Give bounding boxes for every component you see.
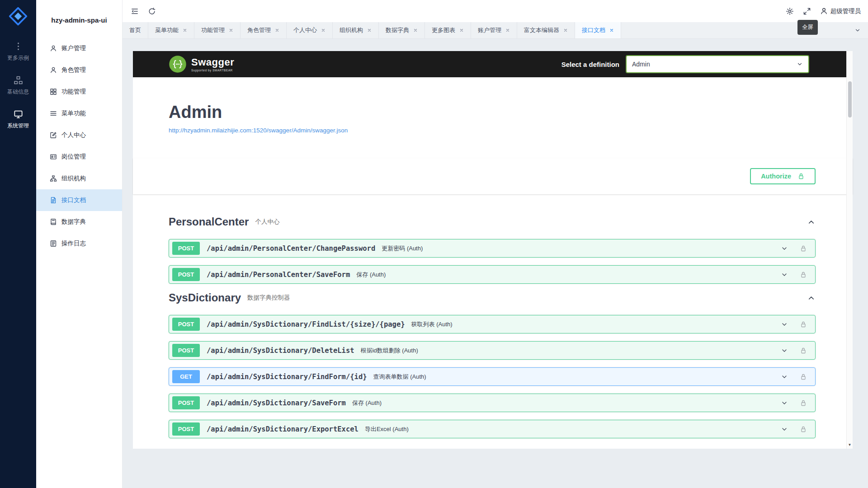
tab-close-icon[interactable] <box>229 28 233 33</box>
primary-rail: 更多示例 基础信息 系统管理 <box>0 0 36 488</box>
expand-operation-icon[interactable] <box>781 321 788 328</box>
user-icon <box>50 66 57 74</box>
expand-operation-icon[interactable] <box>781 373 788 380</box>
definition-picker: Select a definition Admin <box>561 55 809 73</box>
content-area: Swagger Supported by SMARTBEAR Select a … <box>123 39 868 488</box>
tab[interactable]: 接口文档 <box>575 22 621 38</box>
method-badge: POST <box>172 318 200 331</box>
tab[interactable]: 菜单功能 <box>148 22 194 38</box>
tab-label: 组织机构 <box>340 26 363 34</box>
definition-select[interactable]: Admin <box>626 55 809 73</box>
operation-row[interactable]: POST /api/admin/PersonalCenter/SaveForm … <box>169 265 816 284</box>
tab-close-icon[interactable] <box>367 28 372 33</box>
auth-lock-icon[interactable] <box>800 373 807 380</box>
collapse-menu-icon[interactable] <box>131 7 139 15</box>
settings-gear-icon[interactable] <box>786 7 794 15</box>
sidebar-item[interactable]: 操作日志 <box>36 233 122 254</box>
sidebar-item[interactable]: 组织机构 <box>36 168 122 189</box>
tab-overflow-dropdown[interactable] <box>847 22 868 38</box>
operation-row[interactable]: POST /api/admin/SysDictionary/DeleteList… <box>169 341 816 360</box>
org-icon <box>50 175 57 182</box>
swagger-scrollbar[interactable]: ▼ <box>846 51 853 449</box>
sidebar-item-label: 接口文档 <box>61 196 86 204</box>
tab-label: 接口文档 <box>582 26 605 34</box>
tab-close-icon[interactable] <box>609 28 614 33</box>
tab-close-icon[interactable] <box>459 28 464 33</box>
operation-row[interactable]: POST /api/admin/SysDictionary/FindList/{… <box>169 315 816 333</box>
sidebar-item[interactable]: 数据字典 <box>36 211 122 233</box>
tab[interactable]: 角色管理 <box>241 22 287 38</box>
expand-operation-icon[interactable] <box>781 271 788 278</box>
sidebar-item[interactable]: 账户管理 <box>36 38 122 59</box>
sidebar-item-label: 账户管理 <box>61 44 86 52</box>
authorize-button[interactable]: Authorize <box>750 168 816 184</box>
app-title: hzy-admin-spa-ui <box>36 0 122 38</box>
tab[interactable]: 更多图表 <box>425 22 471 38</box>
tab-close-icon[interactable] <box>505 28 510 33</box>
operation-row[interactable]: POST /api/admin/SysDictionary/SaveForm 保… <box>169 394 816 412</box>
sidebar-item[interactable]: 接口文档 <box>36 189 122 211</box>
tab[interactable]: 富文本编辑器 <box>517 22 575 38</box>
tag-header[interactable]: SysDictionary 数据字典控制器 <box>169 291 816 304</box>
tab[interactable]: 账户管理 <box>471 22 517 38</box>
auth-lock-icon[interactable] <box>800 321 807 328</box>
scrollbar-thumb[interactable] <box>848 81 852 117</box>
operation-path: /api/admin/SysDictionary/FindList/{size}… <box>207 320 405 328</box>
rail-item[interactable]: 系统管理 <box>0 105 36 134</box>
sidebar-item[interactable]: 岗位管理 <box>36 146 122 168</box>
fullscreen-icon[interactable] <box>803 7 811 15</box>
tab-label: 菜单功能 <box>155 26 179 34</box>
auth-lock-icon[interactable] <box>800 426 807 433</box>
sidebar-item[interactable]: 个人中心 <box>36 124 122 146</box>
swagger-brand: Swagger Supported by SMARTBEAR <box>169 55 234 73</box>
method-badge: POST <box>172 268 200 281</box>
tab[interactable]: 组织机构 <box>333 22 379 38</box>
method-badge: POST <box>172 422 200 436</box>
tab-close-icon[interactable] <box>275 28 279 33</box>
dict-icon <box>50 218 57 225</box>
operation-summary: 根据id数组删除 (Auth) <box>361 347 418 355</box>
operation-row[interactable]: GET /api/admin/SysDictionary/FindForm/{i… <box>169 367 816 386</box>
sidebar-menu: 账户管理 角色管理 功能管理 菜单功能 <box>36 38 122 254</box>
tab-bar: 首页 菜单功能 功能管理 角色管理 <box>123 22 868 39</box>
username: 超级管理员 <box>830 7 861 15</box>
sidebar-item[interactable]: 功能管理 <box>36 81 122 103</box>
tab-label: 更多图表 <box>432 26 455 34</box>
collapse-section-icon[interactable] <box>807 294 816 302</box>
operation-row[interactable]: POST /api/admin/SysDictionary/ExportExce… <box>169 420 816 438</box>
auth-lock-icon[interactable] <box>800 399 807 407</box>
expand-operation-icon[interactable] <box>781 399 788 407</box>
definition-select-label: Select a definition <box>561 61 619 68</box>
auth-lock-icon[interactable] <box>800 271 807 278</box>
scrollbar-down-arrow[interactable]: ▼ <box>847 443 853 447</box>
swagger-topbar: Swagger Supported by SMARTBEAR Select a … <box>133 51 846 77</box>
expand-operation-icon[interactable] <box>781 426 788 433</box>
tag-header[interactable]: PersonalCenter 个人中心 <box>169 216 816 228</box>
sidebar-item[interactable]: 角色管理 <box>36 59 122 81</box>
user-menu[interactable]: 超级管理员 <box>820 7 861 15</box>
tab[interactable]: 数据字典 <box>379 22 425 38</box>
rail-item[interactable]: 更多示例 <box>0 37 36 66</box>
rail-item[interactable]: 基础信息 <box>0 71 36 100</box>
tab[interactable]: 个人中心 <box>287 22 333 38</box>
api-sections: PersonalCenter 个人中心 POST /ap <box>169 216 816 438</box>
tab-close-icon[interactable] <box>413 28 418 33</box>
operation-row[interactable]: POST /api/admin/PersonalCenter/ChangePas… <box>169 239 816 258</box>
tag-name: PersonalCenter <box>169 216 249 228</box>
tab[interactable]: 首页 <box>123 22 148 38</box>
expand-operation-icon[interactable] <box>781 347 788 354</box>
app-logo[interactable] <box>8 6 28 26</box>
tab-close-icon[interactable] <box>563 28 568 33</box>
sidebar-item[interactable]: 菜单功能 <box>36 103 122 124</box>
refresh-icon[interactable] <box>148 7 156 15</box>
auth-lock-icon[interactable] <box>800 245 807 252</box>
api-tag-section: SysDictionary 数据字典控制器 POST / <box>169 291 816 438</box>
tab[interactable]: 功能管理 <box>194 22 241 38</box>
tab-close-icon[interactable] <box>183 28 187 33</box>
collapse-section-icon[interactable] <box>807 218 816 226</box>
auth-lock-icon[interactable] <box>800 347 807 354</box>
expand-operation-icon[interactable] <box>781 245 788 252</box>
tab-close-icon[interactable] <box>321 28 326 33</box>
swagger-brand-subtitle: Supported by SMARTBEAR <box>191 69 234 72</box>
spec-url-link[interactable]: http://hzyadmin.milaizhijie.com:1520/swa… <box>169 127 348 134</box>
